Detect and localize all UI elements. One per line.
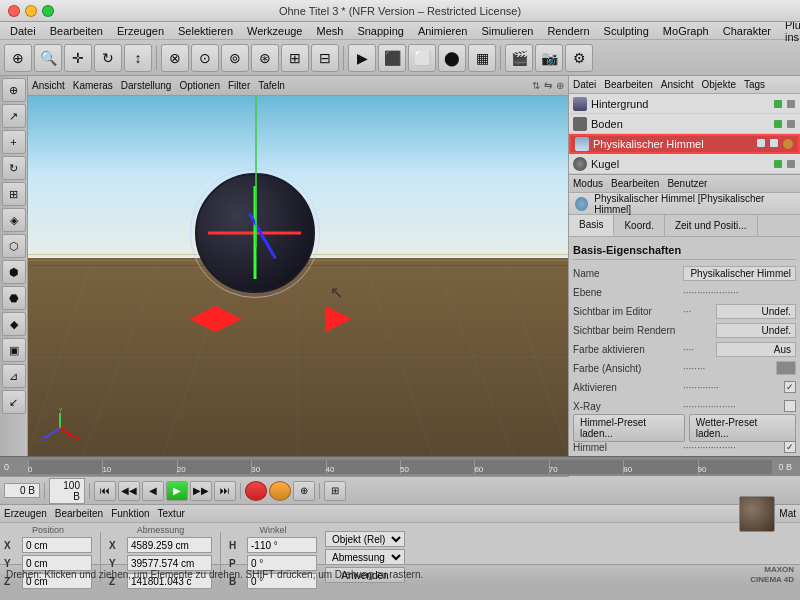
pb-skip-start[interactable]: ⏮ — [94, 481, 116, 501]
left-btn-13[interactable]: ↙ — [2, 390, 26, 414]
misc-btn-3[interactable]: ⚙ — [565, 44, 593, 72]
menu-selektieren[interactable]: Selektieren — [172, 24, 239, 38]
wetter-preset-btn[interactable]: Wetter-Preset laden... — [689, 414, 796, 442]
pb-misc-btn[interactable]: ⊕ — [293, 481, 315, 501]
left-btn-9[interactable]: ⬣ — [2, 286, 26, 310]
pb-fps-btn[interactable]: ⊞ — [324, 481, 346, 501]
render-btn-3[interactable]: ⬜ — [408, 44, 436, 72]
menu-snapping[interactable]: Snapping — [351, 24, 410, 38]
menu-charakter[interactable]: Charakter — [717, 24, 777, 38]
misc-btn-2[interactable]: 📷 — [535, 44, 563, 72]
nav-btn-3[interactable]: ⊚ — [221, 44, 249, 72]
vp-darstellung[interactable]: Darstellung — [121, 80, 172, 91]
param-h[interactable] — [247, 537, 317, 553]
pb-skip-end[interactable]: ⏭ — [214, 481, 236, 501]
left-btn-7[interactable]: ⬡ — [2, 234, 26, 258]
left-btn-12[interactable]: ⊿ — [2, 364, 26, 388]
om-objekte[interactable]: Objekte — [702, 79, 736, 90]
ph-bearbeiten[interactable]: Bearbeiten — [611, 178, 659, 189]
vp-kameras[interactable]: Kameras — [73, 80, 113, 91]
menu-bearbeiten[interactable]: Bearbeiten — [44, 24, 109, 38]
timeline-track[interactable]: 0 10 20 30 40 50 60 70 80 90 — [28, 460, 772, 474]
traffic-lights[interactable] — [8, 5, 54, 17]
menu-animieren[interactable]: Animieren — [412, 24, 474, 38]
left-btn-8[interactable]: ⬢ — [2, 260, 26, 284]
prop-checkbox-aktivieren[interactable]: ✓ — [784, 381, 796, 393]
mode-btn-3[interactable]: ✛ — [64, 44, 92, 72]
vp-optionen[interactable]: Optionen — [179, 80, 220, 91]
pb-next[interactable]: ▶▶ — [190, 481, 212, 501]
himmel-preset-btn[interactable]: Himmel-Preset laden... — [573, 414, 685, 442]
pb-orange-btn[interactable] — [269, 481, 291, 501]
left-btn-11[interactable]: ▣ — [2, 338, 26, 362]
prop-checkbox-himmel[interactable]: ✓ — [784, 441, 796, 453]
vp-icon-1[interactable]: ⇅ — [532, 80, 540, 91]
mode-btn-2[interactable]: 🔍 — [34, 44, 62, 72]
menu-erzeugen[interactable]: Erzeugen — [111, 24, 170, 38]
om-datei[interactable]: Datei — [573, 79, 596, 90]
param-obj-rel-select[interactable]: Objekt (Rel) — [325, 531, 405, 547]
pb-current-frame[interactable]: 0 B — [4, 483, 40, 498]
left-btn-5[interactable]: ⊞ — [2, 182, 26, 206]
ph-modus[interactable]: Modus — [573, 178, 603, 189]
left-btn-6[interactable]: ◈ — [2, 208, 26, 232]
menu-mesh[interactable]: Mesh — [310, 24, 349, 38]
vp-filter[interactable]: Filter — [228, 80, 250, 91]
obj-hintergrund[interactable]: Hintergrund — [569, 94, 800, 114]
ph-textur[interactable]: Textur — [158, 508, 185, 519]
menu-datei[interactable]: Datei — [4, 24, 42, 38]
om-bearbeiten[interactable]: Bearbeiten — [604, 79, 652, 90]
nav-btn-5[interactable]: ⊞ — [281, 44, 309, 72]
pb-prev-frame[interactable]: ◀◀ — [118, 481, 140, 501]
obj-boden[interactable]: Boden — [569, 114, 800, 134]
close-button[interactable] — [8, 5, 20, 17]
pb-record-btn[interactable] — [245, 481, 267, 501]
prop-value-farbe-aktiv[interactable]: Aus — [716, 342, 796, 357]
menu-simulieren[interactable]: Simulieren — [475, 24, 539, 38]
vp-ansicht[interactable]: Ansicht — [32, 80, 65, 91]
mode-btn-1[interactable]: ⊕ — [4, 44, 32, 72]
menu-rendern[interactable]: Rendern — [541, 24, 595, 38]
prop-value-name[interactable]: Physikalischer Himmel — [683, 266, 796, 281]
scene-3d[interactable]: ◀ ▶ ▶ ↖ X Y Z — [28, 96, 568, 456]
prop-value-farbe-ansicht[interactable] — [776, 361, 796, 375]
prop-value-sichtbar-editor[interactable]: Undef. — [716, 304, 796, 319]
menu-mograph[interactable]: MoGraph — [657, 24, 715, 38]
menu-werkzeuge[interactable]: Werkzeuge — [241, 24, 308, 38]
param-abmessung-select[interactable]: Abmessung — [325, 549, 405, 565]
prop-checkbox-xray[interactable] — [784, 400, 796, 412]
tab-basis[interactable]: Basis — [569, 215, 614, 236]
tab-koord[interactable]: Koord. — [614, 215, 664, 236]
ph-erzeugen[interactable]: Erzeugen — [4, 508, 47, 519]
vp-tafeln[interactable]: Tafeln — [258, 80, 285, 91]
nav-btn-6[interactable]: ⊟ — [311, 44, 339, 72]
left-btn-10[interactable]: ◆ — [2, 312, 26, 336]
mode-btn-4[interactable]: ↻ — [94, 44, 122, 72]
nav-btn-4[interactable]: ⊛ — [251, 44, 279, 72]
render-btn-1[interactable]: ▶ — [348, 44, 376, 72]
nav-btn-2[interactable]: ⊙ — [191, 44, 219, 72]
mode-btn-5[interactable]: ↕ — [124, 44, 152, 72]
param-abm-x[interactable] — [127, 537, 212, 553]
pb-play[interactable]: ▶ — [166, 481, 188, 501]
left-btn-2[interactable]: ↗ — [2, 104, 26, 128]
param-x-input[interactable] — [22, 537, 92, 553]
menu-sculpting[interactable]: Sculpting — [598, 24, 655, 38]
render-btn-5[interactable]: ▦ — [468, 44, 496, 72]
nav-btn-1[interactable]: ⊗ — [161, 44, 189, 72]
render-btn-2[interactable]: ⬛ — [378, 44, 406, 72]
ph-bearbeiten[interactable]: Bearbeiten — [55, 508, 103, 519]
ph-funktion[interactable]: Funktion — [111, 508, 149, 519]
pb-prev[interactable]: ◀ — [142, 481, 164, 501]
pb-max-frame[interactable]: 100 B — [49, 478, 85, 504]
prop-value-sichtbar-render[interactable]: Undef. — [716, 323, 796, 338]
vp-icon-3[interactable]: ⊕ — [556, 80, 564, 91]
om-ansicht[interactable]: Ansicht — [661, 79, 694, 90]
om-tags[interactable]: Tags — [744, 79, 765, 90]
minimize-button[interactable] — [25, 5, 37, 17]
ph-benutzer[interactable]: Benutzer — [667, 178, 707, 189]
left-btn-3[interactable]: + — [2, 130, 26, 154]
obj-physhimmel[interactable]: Physikalischer Himmel — [569, 134, 800, 154]
misc-btn-1[interactable]: 🎬 — [505, 44, 533, 72]
obj-kugel[interactable]: Kugel — [569, 154, 800, 174]
